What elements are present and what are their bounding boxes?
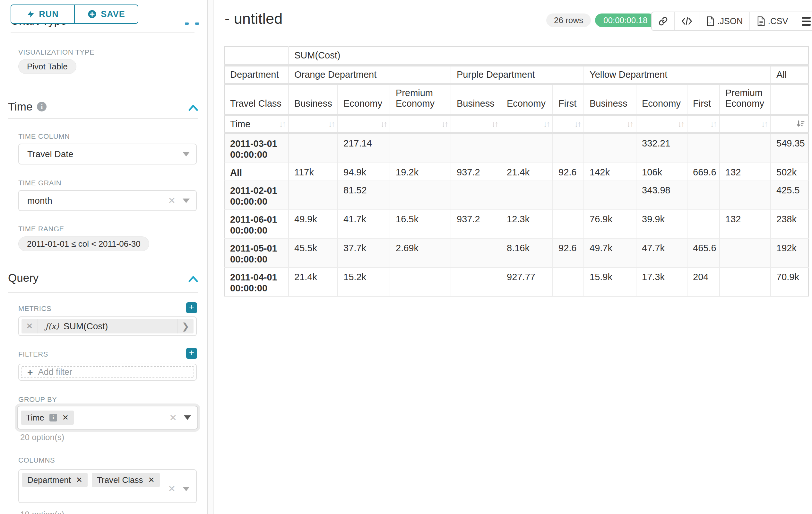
subcolumn-header: Premium Economy — [720, 84, 771, 115]
chevron-right-icon[interactable]: ❯ — [177, 319, 194, 333]
info-icon: i — [50, 414, 57, 422]
value-cell: 19.2k — [390, 163, 451, 181]
time-range-pill[interactable]: 2011-01-01 ≤ col < 2011-06-30 — [18, 237, 149, 251]
time-grain-select[interactable]: month ✕ — [18, 190, 197, 211]
sort-icon[interactable]: ↓↑ — [543, 119, 549, 129]
time-column-value: Travel Date — [27, 149, 74, 159]
sort-cell[interactable]: ↓↑ — [390, 115, 451, 133]
metric-chip[interactable]: ✕ ƒ(x) SUM(Cost) ❯ — [22, 319, 194, 333]
time-sort-cell[interactable]: Time↓↑ — [224, 115, 289, 133]
filters-container: + Add filter — [18, 364, 197, 381]
add-metric-button[interactable]: + — [186, 302, 197, 313]
table-row: 2011-06-01 00:00:0049.9k41.7k16.5k937.21… — [224, 210, 809, 239]
value-cell: 549.35 — [771, 133, 809, 163]
sort-icon[interactable]: ↓↑ — [710, 119, 716, 129]
query-section-header[interactable]: Query — [8, 271, 38, 284]
caret-down-icon[interactable] — [183, 487, 190, 491]
clear-icon[interactable]: ✕ — [168, 484, 176, 494]
travel-class-corner-cell: Travel Class — [224, 84, 289, 115]
value-cell: 2.69k — [390, 239, 451, 268]
plus-circle-icon — [87, 9, 97, 19]
sort-cell[interactable]: ↓↑ — [584, 115, 636, 133]
chevron-up-icon[interactable] — [187, 103, 199, 112]
run-button[interactable]: RUN — [11, 5, 75, 23]
add-filter-plus-button[interactable]: + — [186, 348, 197, 359]
value-cell — [451, 268, 501, 297]
value-cell: 142k — [584, 163, 636, 181]
sort-icon[interactable]: ↓↑ — [441, 119, 447, 129]
value-cell — [687, 181, 720, 210]
row-header: 2011-03-01 00:00:00 — [224, 133, 289, 163]
sort-cell[interactable]: ↓↑ — [289, 115, 338, 133]
value-cell: 49.9k — [289, 210, 338, 239]
columns-chip-department[interactable]: Department ✕ — [22, 473, 88, 487]
metrics-label: METRICS — [18, 304, 51, 313]
copy-link-button[interactable] — [652, 12, 675, 30]
chart-title[interactable]: - untitled — [225, 10, 283, 27]
value-cell — [501, 133, 553, 163]
sort-cell[interactable]: ↓↑ — [451, 115, 501, 133]
remove-chip-icon[interactable]: ✕ — [62, 413, 69, 422]
caret-down-icon[interactable] — [183, 198, 190, 203]
subcolumn-header — [771, 84, 809, 115]
time-column-select[interactable]: Travel Date — [18, 143, 197, 164]
group-by-select[interactable]: Time i ✕ ✕ — [17, 406, 198, 430]
sort-icon[interactable]: ↓↑ — [380, 119, 386, 129]
caret-down-icon[interactable] — [183, 152, 190, 157]
group-header-orange-department: Orange Department — [289, 65, 451, 84]
remove-chip-icon[interactable]: ✕ — [148, 476, 154, 484]
time-section-header[interactable]: Time i — [8, 100, 47, 113]
sort-icon[interactable]: ↓↑ — [491, 119, 497, 129]
sort-icon[interactable]: ↓↑ — [279, 119, 285, 129]
json-button-label: .JSON — [717, 17, 743, 26]
value-cell: 17.3k — [636, 268, 687, 297]
sort-cell[interactable]: ↓↑ — [553, 115, 584, 133]
sort-icon[interactable]: ↓↑ — [328, 119, 334, 129]
row-header: 2011-06-01 00:00:00 — [224, 210, 289, 239]
value-cell: 81.52 — [338, 181, 390, 210]
time-range-label: TIME RANGE — [18, 225, 64, 233]
value-cell: 49.7k — [584, 239, 636, 268]
sort-cell[interactable]: ↓↑ — [636, 115, 687, 133]
value-cell: 15.9k — [584, 268, 636, 297]
department-header-row: DepartmentOrange DepartmentPurple Depart… — [224, 65, 809, 84]
table-row: 2011-02-01 00:00:0081.52343.98425.5 — [224, 181, 809, 210]
value-cell: 927.77 — [501, 268, 553, 297]
menu-button[interactable] — [795, 12, 812, 30]
sort-icon[interactable]: ↓↑ — [761, 119, 767, 129]
subcolumn-header: Economy — [338, 84, 390, 115]
subcolumn-header: Business — [584, 84, 636, 115]
clear-icon[interactable]: ✕ — [168, 195, 176, 206]
group-header-purple-department: Purple Department — [451, 65, 584, 84]
columns-select[interactable]: Department ✕ Travel Class ✕ ✕ — [18, 469, 197, 503]
remove-metric-icon[interactable]: ✕ — [22, 319, 38, 333]
value-cell — [687, 133, 720, 163]
caret-down-icon[interactable] — [184, 415, 191, 420]
value-cell — [451, 133, 501, 163]
columns-chip-travel-class[interactable]: Travel Class ✕ — [92, 473, 160, 487]
sort-icon[interactable]: ↓↑ — [627, 119, 633, 129]
embed-code-button[interactable] — [675, 12, 699, 30]
sort-cell[interactable]: ↓↑ — [687, 115, 720, 133]
info-icon: i — [37, 102, 47, 111]
sort-cell[interactable]: ↓↑ — [501, 115, 553, 133]
sort-icon[interactable]: ↓↑ — [677, 119, 684, 129]
download-json-button[interactable]: ‹› .JSON — [699, 12, 750, 30]
chevron-up-icon[interactable] — [187, 274, 199, 284]
columns-label: COLUMNS — [18, 456, 55, 464]
visualization-type-pill[interactable]: Pivot Table — [18, 59, 77, 74]
download-csv-button[interactable]: .CSV — [750, 12, 795, 30]
save-button[interactable]: SAVE — [75, 5, 138, 23]
sort-cell[interactable]: ↓↑ — [338, 115, 390, 133]
sort-cell[interactable]: ↓↑ — [720, 115, 771, 133]
add-filter-button[interactable]: + Add filter — [21, 366, 194, 378]
panel-resize-handle[interactable] — [207, 0, 214, 514]
metric-chip-label: SUM(Cost) — [63, 321, 177, 331]
group-by-chip-time[interactable]: Time i ✕ — [21, 410, 74, 425]
sort-descending-icon[interactable] — [796, 119, 806, 129]
csv-button-label: .CSV — [768, 17, 788, 26]
sort-icon[interactable]: ↓↑ — [574, 119, 580, 129]
clear-icon[interactable]: ✕ — [170, 412, 177, 423]
remove-chip-icon[interactable]: ✕ — [76, 476, 83, 484]
sort-cell[interactable] — [771, 115, 809, 133]
